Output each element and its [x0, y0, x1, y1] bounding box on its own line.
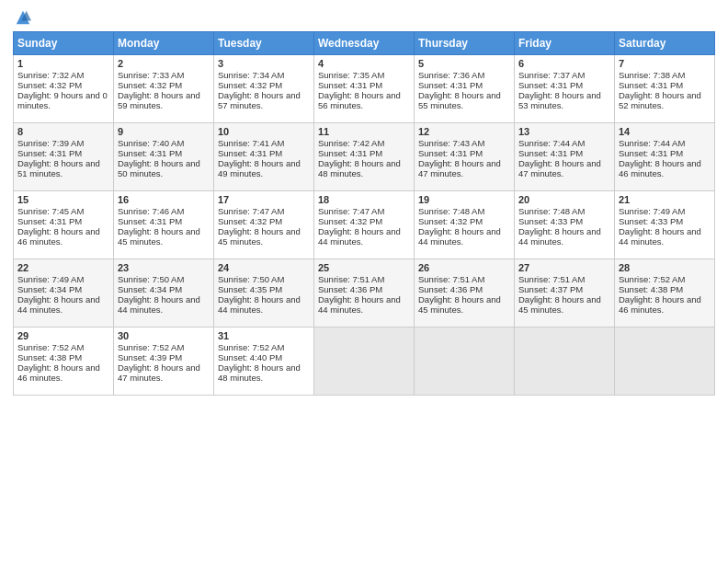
day-cell: [515, 327, 615, 396]
calendar-page: SundayMondayTuesdayWednesdayThursdayFrid…: [0, 0, 728, 563]
day-cell: 26Sunrise: 7:51 AMSunset: 4:36 PMDayligh…: [415, 259, 515, 327]
sunrise-text: Sunrise: 7:43 AM: [418, 138, 484, 148]
sunrise-text: Sunrise: 7:42 AM: [318, 138, 384, 148]
sunrise-text: Sunrise: 7:50 AM: [118, 274, 184, 284]
day-cell: 5Sunrise: 7:36 AMSunset: 4:31 PMDaylight…: [415, 55, 515, 123]
day-number: 1: [17, 58, 109, 69]
day-number: 3: [218, 58, 310, 69]
day-number: 29: [17, 330, 109, 341]
day-number: 18: [318, 194, 410, 205]
sunrise-text: Sunrise: 7:35 AM: [318, 70, 384, 80]
sunset-text: Sunset: 4:31 PM: [218, 148, 282, 158]
sunrise-text: Sunrise: 7:50 AM: [218, 274, 284, 284]
day-number: 2: [118, 58, 210, 69]
day-number: 30: [118, 330, 210, 341]
day-number: 17: [218, 194, 310, 205]
day-cell: [314, 327, 415, 396]
sunset-text: Sunset: 4:31 PM: [518, 80, 583, 90]
sunrise-text: Sunrise: 7:52 AM: [17, 342, 84, 352]
sunrise-text: Sunrise: 7:33 AM: [118, 70, 184, 80]
day-cell: [415, 327, 515, 396]
day-number: 15: [17, 194, 109, 205]
sunset-text: Sunset: 4:35 PM: [218, 284, 282, 294]
sunrise-text: Sunrise: 7:40 AM: [118, 138, 184, 148]
sunrise-text: Sunrise: 7:46 AM: [118, 206, 184, 216]
sunrise-text: Sunrise: 7:44 AM: [518, 138, 585, 148]
day-cell: 21Sunrise: 7:49 AMSunset: 4:33 PMDayligh…: [615, 191, 715, 259]
day-number: 19: [418, 194, 510, 205]
calendar-table: SundayMondayTuesdayWednesdayThursdayFrid…: [13, 31, 715, 396]
daylight-text: Daylight: 8 hours and 46 minutes.: [17, 362, 100, 383]
sunset-text: Sunset: 4:40 PM: [218, 352, 282, 362]
day-number: 27: [518, 262, 610, 273]
sunset-text: Sunset: 4:31 PM: [318, 148, 382, 158]
sunrise-text: Sunrise: 7:32 AM: [17, 70, 84, 80]
sunset-text: Sunset: 4:33 PM: [619, 216, 683, 226]
header-cell-thursday: Thursday: [415, 32, 515, 55]
day-number: 11: [318, 126, 410, 137]
day-cell: 19Sunrise: 7:48 AMSunset: 4:32 PMDayligh…: [415, 191, 515, 259]
header-cell-tuesday: Tuesday: [214, 32, 314, 55]
day-number: 23: [118, 262, 210, 273]
day-number: 21: [619, 194, 711, 205]
day-number: 12: [418, 126, 510, 137]
week-row-3: 22Sunrise: 7:49 AMSunset: 4:34 PMDayligh…: [14, 259, 715, 327]
day-number: 26: [418, 262, 510, 273]
sunrise-text: Sunrise: 7:52 AM: [619, 274, 685, 284]
sunrise-text: Sunrise: 7:48 AM: [418, 206, 484, 216]
daylight-text: Daylight: 8 hours and 44 minutes.: [318, 226, 401, 247]
daylight-text: Daylight: 8 hours and 52 minutes.: [619, 90, 701, 110]
sunset-text: Sunset: 4:34 PM: [17, 284, 82, 294]
day-number: 22: [17, 262, 109, 273]
sunrise-text: Sunrise: 7:45 AM: [17, 206, 84, 216]
day-cell: 18Sunrise: 7:47 AMSunset: 4:32 PMDayligh…: [314, 191, 415, 259]
day-cell: 15Sunrise: 7:45 AMSunset: 4:31 PMDayligh…: [14, 191, 114, 259]
sunrise-text: Sunrise: 7:51 AM: [518, 274, 585, 284]
day-cell: 1Sunrise: 7:32 AMSunset: 4:32 PMDaylight…: [14, 55, 114, 123]
header-cell-monday: Monday: [114, 32, 214, 55]
daylight-text: Daylight: 8 hours and 46 minutes.: [17, 226, 100, 247]
day-cell: 9Sunrise: 7:40 AMSunset: 4:31 PMDaylight…: [114, 123, 214, 191]
sunset-text: Sunset: 4:31 PM: [619, 80, 683, 90]
day-number: 5: [418, 58, 510, 69]
day-cell: 16Sunrise: 7:46 AMSunset: 4:31 PMDayligh…: [114, 191, 214, 259]
day-number: 6: [518, 58, 610, 69]
day-cell: 30Sunrise: 7:52 AMSunset: 4:39 PMDayligh…: [114, 327, 214, 396]
sunset-text: Sunset: 4:31 PM: [518, 148, 583, 158]
day-cell: 8Sunrise: 7:39 AMSunset: 4:31 PMDaylight…: [14, 123, 114, 191]
sunset-text: Sunset: 4:32 PM: [218, 80, 282, 90]
daylight-text: Daylight: 8 hours and 44 minutes.: [17, 294, 100, 315]
sunset-text: Sunset: 4:31 PM: [418, 80, 483, 90]
logo-icon: [15, 9, 31, 26]
sunrise-text: Sunrise: 7:49 AM: [619, 206, 685, 216]
daylight-text: Daylight: 8 hours and 46 minutes.: [619, 294, 701, 315]
sunrise-text: Sunrise: 7:37 AM: [518, 70, 585, 80]
sunset-text: Sunset: 4:31 PM: [17, 216, 82, 226]
day-cell: 27Sunrise: 7:51 AMSunset: 4:37 PMDayligh…: [515, 259, 615, 327]
day-cell: 20Sunrise: 7:48 AMSunset: 4:33 PMDayligh…: [515, 191, 615, 259]
sunset-text: Sunset: 4:32 PM: [218, 216, 282, 226]
sunrise-text: Sunrise: 7:38 AM: [619, 70, 685, 80]
day-cell: 3Sunrise: 7:34 AMSunset: 4:32 PMDaylight…: [214, 55, 314, 123]
sunrise-text: Sunrise: 7:48 AM: [518, 206, 585, 216]
sunrise-text: Sunrise: 7:41 AM: [218, 138, 284, 148]
daylight-text: Daylight: 8 hours and 53 minutes.: [518, 90, 601, 110]
daylight-text: Daylight: 8 hours and 47 minutes.: [518, 158, 601, 178]
daylight-text: Daylight: 8 hours and 46 minutes.: [619, 158, 701, 178]
header-row: SundayMondayTuesdayWednesdayThursdayFrid…: [14, 32, 715, 55]
daylight-text: Daylight: 8 hours and 55 minutes.: [418, 90, 501, 110]
sunset-text: Sunset: 4:32 PM: [318, 216, 382, 226]
daylight-text: Daylight: 8 hours and 45 minutes.: [218, 226, 301, 247]
daylight-text: Daylight: 8 hours and 44 minutes.: [318, 294, 401, 315]
day-cell: 29Sunrise: 7:52 AMSunset: 4:38 PMDayligh…: [14, 327, 114, 396]
daylight-text: Daylight: 8 hours and 59 minutes.: [118, 90, 200, 110]
daylight-text: Daylight: 8 hours and 45 minutes.: [118, 226, 200, 247]
day-cell: 7Sunrise: 7:38 AMSunset: 4:31 PMDaylight…: [615, 55, 715, 123]
logo: [13, 9, 31, 26]
header: [13, 9, 715, 26]
day-cell: 10Sunrise: 7:41 AMSunset: 4:31 PMDayligh…: [214, 123, 314, 191]
daylight-text: Daylight: 8 hours and 44 minutes.: [218, 294, 301, 315]
day-number: 28: [619, 262, 711, 273]
day-cell: 11Sunrise: 7:42 AMSunset: 4:31 PMDayligh…: [314, 123, 415, 191]
day-cell: 13Sunrise: 7:44 AMSunset: 4:31 PMDayligh…: [515, 123, 615, 191]
